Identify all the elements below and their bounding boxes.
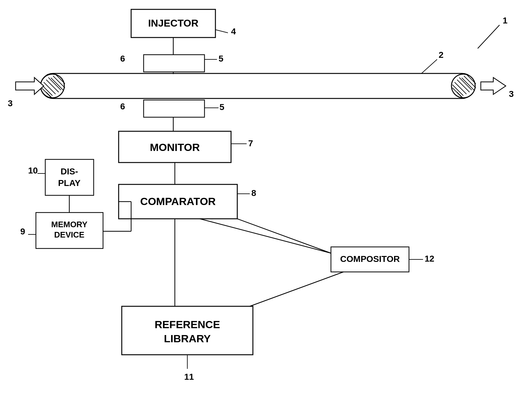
label-6-top: 6 [120, 54, 125, 63]
label-2: 2 [439, 50, 444, 60]
label-9: 9 [20, 227, 25, 236]
sensor-bottom-box [144, 100, 204, 117]
svg-line-35 [237, 219, 331, 253]
label-1: 1 [503, 16, 508, 25]
memory-label-1: MEMORY [51, 220, 87, 229]
monitor-label: MONITOR [150, 141, 200, 153]
label-11: 11 [184, 372, 194, 382]
label-8: 8 [251, 188, 256, 198]
arrow-right [481, 78, 506, 94]
label-3-left: 3 [8, 98, 13, 108]
memory-label-2: DEVICE [54, 230, 85, 239]
label-5-bottom: 5 [219, 102, 224, 112]
diagram-container: 1 INJECTOR 4 5 6 [0, 0, 532, 411]
label-6-bottom: 6 [120, 102, 125, 111]
display-label-2: PLAY [58, 178, 81, 188]
reference-library-box [122, 306, 253, 355]
reference-library-label-1: REFERENCE [155, 318, 220, 330]
label-7: 7 [248, 138, 253, 148]
svg-line-37 [250, 272, 343, 306]
arrow-left [16, 78, 44, 94]
label-12: 12 [425, 254, 434, 263]
reference-library-label-2: LIBRARY [164, 333, 211, 344]
label-4: 4 [231, 27, 236, 36]
compositor-label: COMPOSITOR [340, 254, 400, 264]
svg-line-0 [478, 25, 500, 48]
svg-line-24 [421, 59, 437, 73]
sensor-top-box [144, 55, 204, 72]
display-box [45, 159, 94, 195]
svg-line-34 [200, 219, 331, 253]
display-label-1: DIS- [61, 167, 78, 176]
label-5-top: 5 [219, 54, 224, 63]
label-10: 10 [28, 166, 38, 175]
comparator-label: COMPARATOR [140, 195, 216, 207]
label-3-right: 3 [509, 89, 514, 99]
conveyor-belt [41, 73, 475, 98]
injector-label: INJECTOR [148, 18, 198, 29]
svg-line-1 [215, 30, 228, 33]
